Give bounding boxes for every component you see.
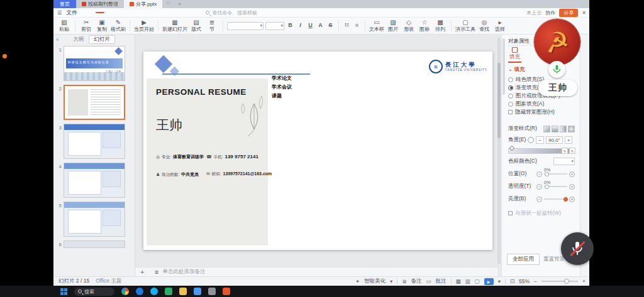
menu-item[interactable]: [166, 12, 175, 13]
fill-tab[interactable]: 填充: [508, 46, 521, 63]
decrease-icon[interactable]: −: [536, 184, 542, 190]
gradient-style-button[interactable]: [560, 126, 567, 132]
toolbar-button[interactable]: ≡: [353, 23, 361, 30]
menu-item[interactable]: [146, 12, 155, 13]
taskbar-search[interactable]: 搜索: [74, 288, 114, 296]
menu-item[interactable]: [106, 12, 114, 13]
document-tab[interactable]: 分享.pptx: [124, 0, 162, 8]
remove-stop-button[interactable]: ✎: [569, 148, 575, 154]
toolbar-button[interactable]: [338, 20, 339, 31]
increase-icon[interactable]: +: [569, 197, 575, 202]
chevron-down-icon[interactable]: ▾: [390, 278, 392, 284]
toolbar-button[interactable]: [130, 20, 130, 31]
fit-window-icon[interactable]: ⊡: [510, 278, 514, 284]
toolbar-button[interactable]: [365, 20, 365, 31]
increase-icon[interactable]: +: [569, 184, 575, 190]
toolbar-button[interactable]: [75, 20, 75, 31]
menu-item[interactable]: [136, 12, 145, 13]
close-icon[interactable]: ✕: [582, 10, 586, 16]
tab-outline[interactable]: 大纲: [73, 36, 84, 43]
new-slide-button[interactable]: +: [140, 268, 144, 276]
zoom-slider-knob[interactable]: [564, 279, 569, 284]
toolbar-button[interactable]: A: [316, 23, 325, 30]
angle-value[interactable]: 90.0°: [546, 136, 563, 144]
toolbar-button[interactable]: ☆ 图标: [418, 19, 431, 32]
panel-scrollbar[interactable]: [502, 38, 505, 95]
new-tab-button[interactable]: +: [175, 0, 186, 8]
slide-thumbnail[interactable]: [64, 240, 125, 248]
slide-thumbnail[interactable]: 科研论文撰写与求职分享 汇报人：王帅: [64, 46, 125, 81]
start-button[interactable]: [60, 288, 67, 295]
tools-icon[interactable]: [208, 288, 216, 295]
slider-knob[interactable]: [564, 197, 568, 202]
toolbar-button[interactable]: ▣ 复制: [95, 19, 109, 32]
zoom-in-button[interactable]: +: [582, 278, 586, 284]
toolbar-button[interactable]: [265, 22, 284, 30]
browser-360-icon[interactable]: [121, 288, 129, 295]
toolbar-button[interactable]: ✎ 格式刷: [111, 19, 126, 32]
comments-button[interactable]: 批注: [436, 278, 447, 285]
slider-track[interactable]: [544, 198, 567, 200]
angle-decrease-button[interactable]: −: [536, 136, 544, 144]
zoom-slider[interactable]: [541, 281, 578, 282]
slide-thumbnail[interactable]: [64, 124, 125, 159]
sorter-view-icon[interactable]: ▥: [465, 278, 470, 284]
toolbar-button[interactable]: ▤ 版式: [189, 19, 203, 32]
slide-thumbnail[interactable]: [64, 85, 125, 120]
docs-icon[interactable]: [194, 288, 201, 295]
toolbar-button[interactable]: ◎ 查找: [477, 19, 491, 32]
gradient-style-button[interactable]: [543, 126, 550, 132]
slider-track[interactable]: 0%: [544, 173, 567, 175]
toolbar-button[interactable]: B: [286, 23, 294, 30]
reset-background-button[interactable]: 重置背景: [543, 256, 565, 263]
toolbar-button[interactable]: ▢ 演示工具: [455, 19, 475, 32]
slideshow-button[interactable]: ▶: [484, 278, 494, 285]
decrease-icon[interactable]: −: [536, 197, 542, 202]
add-stop-button[interactable]: ✎: [562, 148, 568, 154]
rotate-with-shape-checkbox[interactable]: 与形状一起旋转(W): [508, 209, 575, 217]
stop-color-dropdown[interactable]: [553, 158, 575, 165]
beautify-button[interactable]: 智能美化: [364, 278, 386, 285]
share-button[interactable]: 分享: [559, 9, 578, 17]
folder-icon[interactable]: [179, 288, 187, 295]
toolbar-button[interactable]: ≣ 节: [205, 19, 219, 32]
toolbar-button[interactable]: ▨ 图片: [386, 19, 400, 32]
wps-icon[interactable]: [223, 288, 230, 295]
toolbar-button[interactable]: ✂ 剪切: [79, 19, 93, 32]
menu-item[interactable]: [156, 12, 165, 13]
home-tab[interactable]: 首页: [53, 0, 76, 8]
qq-icon[interactable]: [150, 288, 158, 295]
increase-icon[interactable]: +: [569, 171, 575, 177]
mic-muted-button[interactable]: [561, 232, 594, 265]
wechat-icon[interactable]: [165, 288, 172, 295]
slide-thumbnail[interactable]: [64, 202, 125, 237]
command-search[interactable]: 查找命令、搜索模板: [206, 9, 257, 16]
toolbar-button[interactable]: ▩ 排列: [433, 19, 447, 32]
toolbar-button[interactable]: [158, 20, 158, 31]
collaborate-button[interactable]: 协作: [545, 9, 555, 16]
angle-increase-button[interactable]: +: [565, 136, 573, 144]
slider-track[interactable]: 0%: [544, 186, 567, 187]
hamburger-icon[interactable]: ☰: [57, 10, 62, 16]
chevron-down-icon[interactable]: ▾: [498, 278, 501, 284]
menu-item[interactable]: [186, 12, 195, 13]
slider-knob[interactable]: [545, 172, 549, 176]
menu-item[interactable]: [96, 12, 104, 13]
toolbar-button[interactable]: ▸ 选择: [493, 19, 507, 32]
slider-knob[interactable]: [545, 185, 549, 189]
angle-dial-icon[interactable]: [528, 137, 534, 143]
menu-item[interactable]: [126, 12, 135, 13]
hide-background-checkbox[interactable]: 隐藏背景图形(H): [508, 108, 575, 116]
toolbar-button[interactable]: S: [326, 23, 335, 30]
camera-feed[interactable]: ☭: [534, 19, 580, 65]
toolbar-button[interactable]: ▭ 文本框: [369, 19, 384, 32]
toolbar-button[interactable]: ◇ 形状: [402, 19, 416, 32]
notes-bar[interactable]: + ≣ 单击此处添加备注: [135, 267, 497, 276]
toolbar-button[interactable]: I: [296, 23, 304, 30]
slide-canvas[interactable]: ≋ 長江大學 YANGTZE UNIVERSITY PERSONAL RESUM…: [143, 51, 492, 250]
edge-browser-icon[interactable]: [136, 288, 143, 295]
zoom-level[interactable]: 55%: [519, 278, 530, 284]
favorite-icon[interactable]: ♡: [162, 0, 174, 8]
file-menu[interactable]: 文件: [66, 9, 77, 17]
apply-all-button[interactable]: 全部应用: [507, 254, 540, 265]
